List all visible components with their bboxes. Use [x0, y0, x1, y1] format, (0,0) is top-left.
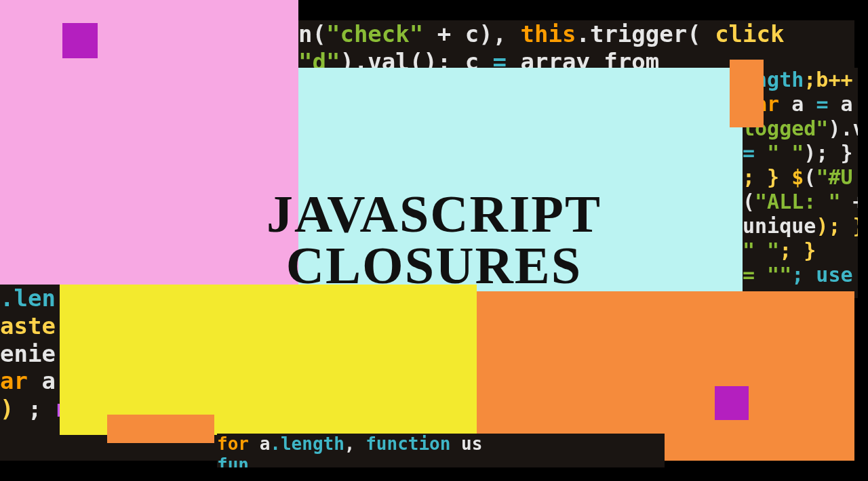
- title-line-2: CLOSURES: [0, 240, 868, 291]
- code-backdrop-bottom: for a.length, function us fun: [217, 434, 665, 467]
- title: JAVASCRIPT CLOSURES: [0, 188, 868, 292]
- purple-accent-bottom-right: [715, 386, 749, 420]
- purple-accent-top-left: [62, 23, 98, 58]
- graphic-stage: n("check" + c), this.trigger( click "d")…: [0, 0, 868, 481]
- title-line-1: JAVASCRIPT: [0, 188, 868, 240]
- orange-accent-top-right: [730, 60, 764, 127]
- orange-accent-bottom-left: [107, 415, 214, 443]
- yellow-block: [60, 285, 477, 435]
